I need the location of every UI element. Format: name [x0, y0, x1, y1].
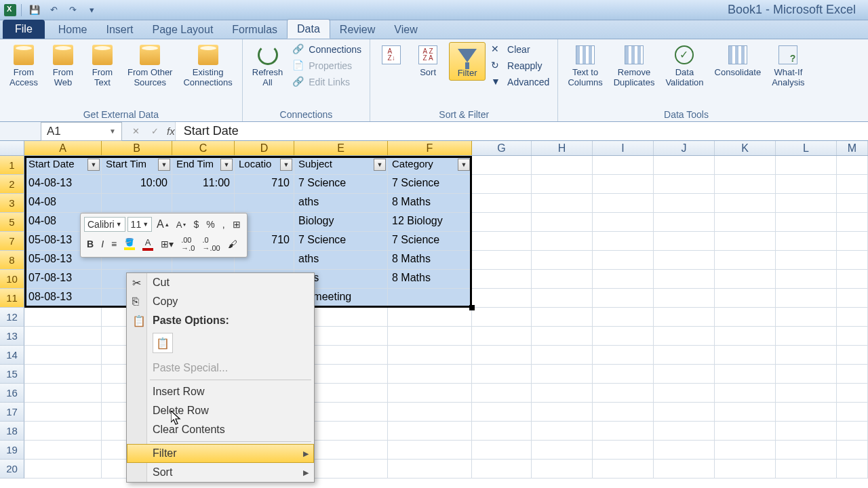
cell-L5[interactable] [776, 213, 837, 232]
cell-G1[interactable] [472, 156, 532, 175]
cell-F17[interactable] [388, 403, 472, 422]
select-all-corner[interactable] [0, 141, 24, 155]
row-header-12[interactable]: 12 [0, 308, 24, 327]
cell-G10[interactable] [472, 270, 532, 289]
cm-delete-row[interactable]: Delete Row [127, 401, 314, 420]
col-header-E[interactable]: E [294, 141, 388, 155]
cell-H5[interactable] [532, 213, 593, 232]
cell-A16[interactable] [24, 384, 102, 403]
cell-G3[interactable] [472, 194, 532, 213]
cell-I2[interactable] [593, 175, 654, 194]
row-header-15[interactable]: 15 [0, 365, 24, 384]
cell-G17[interactable] [472, 403, 532, 422]
cell-F14[interactable] [388, 346, 472, 365]
fill-handle[interactable] [469, 305, 475, 310]
refresh-all-button[interactable]: RefreshAll [248, 42, 288, 89]
tab-file[interactable]: File [3, 20, 45, 39]
cell-C1[interactable]: End Tim▼ [172, 156, 235, 175]
cell-M2[interactable] [837, 175, 868, 194]
cell-H11[interactable] [532, 289, 593, 308]
cell-F2[interactable]: 7 Science [388, 175, 472, 194]
cell-E5[interactable]: Biology [294, 213, 388, 232]
cell-H1[interactable] [532, 156, 593, 175]
mini-size-select[interactable]: 11 ▼ [127, 217, 153, 232]
cm-sort[interactable]: Sort▶ [127, 463, 314, 482]
row-header-13[interactable]: 13 [0, 327, 24, 346]
cell-K13[interactable] [715, 327, 776, 346]
cell-A2[interactable]: 04-08-13 [24, 175, 102, 194]
cell-L11[interactable] [776, 289, 837, 308]
cell-M7[interactable] [837, 232, 868, 251]
cell-L13[interactable] [776, 327, 837, 346]
cell-I7[interactable] [593, 232, 654, 251]
cell-E2[interactable]: 7 Science [294, 175, 388, 194]
cell-I1[interactable] [593, 156, 654, 175]
enter-formula-button[interactable]: ✓ [148, 125, 161, 138]
mini-italic-button[interactable]: I [98, 237, 106, 251]
cm-paste-special[interactable]: Paste Special... [127, 359, 314, 378]
cell-H12[interactable] [532, 308, 593, 327]
cell-M20[interactable] [837, 460, 868, 479]
cell-K11[interactable] [715, 289, 776, 308]
row-header-11[interactable]: 11 [0, 289, 24, 308]
filter-dropdown-icon[interactable]: ▼ [158, 159, 170, 171]
cell-F11[interactable] [388, 289, 472, 308]
cell-K1[interactable] [715, 156, 776, 175]
cell-G16[interactable] [472, 384, 532, 403]
cell-J12[interactable] [654, 308, 715, 327]
row-header-20[interactable]: 20 [0, 460, 24, 479]
cell-J16[interactable] [654, 384, 715, 403]
cell-G8[interactable] [472, 251, 532, 270]
cell-B2[interactable]: 10:00 [102, 175, 172, 194]
cell-K3[interactable] [715, 194, 776, 213]
cm-copy[interactable]: ⎘Copy [127, 292, 314, 311]
cell-J1[interactable] [654, 156, 715, 175]
cell-F8[interactable]: 8 Maths [388, 251, 472, 270]
cell-K19[interactable] [715, 441, 776, 460]
cell-G19[interactable] [472, 441, 532, 460]
row-header-17[interactable]: 17 [0, 403, 24, 422]
col-header-I[interactable]: I [593, 141, 654, 155]
row-header-2[interactable]: 2 [0, 175, 24, 194]
cell-L10[interactable] [776, 270, 837, 289]
edit-links-button[interactable]: 🔗Edit Links [290, 75, 364, 89]
cell-A19[interactable] [24, 441, 102, 460]
col-header-G[interactable]: G [472, 141, 532, 155]
tab-home[interactable]: Home [49, 20, 97, 39]
filter-dropdown-icon[interactable]: ▼ [280, 159, 292, 171]
cell-I3[interactable] [593, 194, 654, 213]
cell-L2[interactable] [776, 175, 837, 194]
col-header-L[interactable]: L [776, 141, 837, 155]
cell-J3[interactable] [654, 194, 715, 213]
undo-button[interactable]: ↶ [45, 3, 62, 18]
reapply-button[interactable]: ↻Reapply [488, 58, 552, 73]
cell-C2[interactable]: 11:00 [172, 175, 235, 194]
cell-M16[interactable] [837, 384, 868, 403]
cell-L16[interactable] [776, 384, 837, 403]
cell-L7[interactable] [776, 232, 837, 251]
cell-F13[interactable] [388, 327, 472, 346]
mini-align-button[interactable]: ≡ [108, 237, 119, 251]
filter-dropdown-icon[interactable]: ▼ [220, 159, 233, 171]
cell-J14[interactable] [654, 346, 715, 365]
mini-currency-button[interactable]: $ [191, 218, 201, 231]
cell-J11[interactable] [654, 289, 715, 308]
cell-D1[interactable]: Locatio▼ [235, 156, 294, 175]
cell-L17[interactable] [776, 403, 837, 422]
cell-H3[interactable] [532, 194, 593, 213]
from-web-button[interactable]: FromWeb [45, 42, 81, 89]
row-header-1[interactable]: 1 [0, 156, 24, 175]
cell-K7[interactable] [715, 232, 776, 251]
clear-filter-button[interactable]: ✕Clear [488, 42, 552, 57]
cell-G14[interactable] [472, 346, 532, 365]
col-header-A[interactable]: A [24, 141, 102, 155]
cell-M12[interactable] [837, 308, 868, 327]
sort-button[interactable]: A ZZ ASort [410, 42, 446, 79]
cell-M8[interactable] [837, 251, 868, 270]
cell-L12[interactable] [776, 308, 837, 327]
col-header-D[interactable]: D [235, 141, 294, 155]
tab-page-layout[interactable]: Page Layout [142, 20, 222, 39]
cell-G20[interactable] [472, 460, 532, 479]
cell-L19[interactable] [776, 441, 837, 460]
what-if-button[interactable]: What-IfAnalysis [768, 42, 808, 89]
